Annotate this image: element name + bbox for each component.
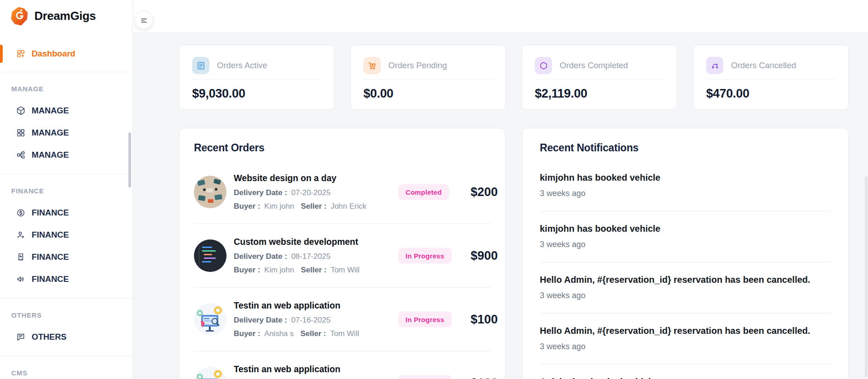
order-row[interactable]: Testin an web application Delivery Date … bbox=[194, 288, 491, 351]
sidebar-item[interactable]: MANAGE bbox=[0, 144, 132, 166]
order-delivery-line: Delivery Date :07-20-2025 bbox=[234, 189, 367, 197]
delivery-date-value: 08-17-2025 bbox=[291, 252, 330, 261]
buyer-label: Buyer : bbox=[234, 202, 260, 211]
sidebar-item-label: MANAGE bbox=[32, 128, 69, 138]
delivery-date-label: Delivery Date : bbox=[234, 188, 287, 197]
order-row[interactable]: Website design on a day Delivery Date :0… bbox=[194, 160, 491, 224]
stat-card: Orders Completed $2,119.00 bbox=[522, 45, 677, 110]
seller-label: Seller : bbox=[301, 329, 326, 338]
stat-card-header: Orders Cancelled bbox=[706, 57, 835, 74]
order-info: Testin an web application Delivery Date … bbox=[234, 301, 359, 337]
sidebar-toggle-button[interactable] bbox=[135, 12, 152, 29]
order-info: Testin an web application Delivery Date … bbox=[234, 365, 340, 379]
sidebar-item[interactable]: FINANCE bbox=[0, 268, 132, 290]
order-price: $900 bbox=[471, 249, 498, 263]
sidebar-item[interactable]: MANAGE bbox=[0, 99, 132, 122]
notification-time: 3 weeks ago bbox=[540, 290, 831, 300]
order-status-badge: In Progress bbox=[398, 375, 452, 379]
stat-value: $0.00 bbox=[363, 87, 493, 101]
sidebar-section-items: MANAGE MANAGE MANAGE bbox=[0, 99, 132, 166]
stat-label: Orders Completed bbox=[560, 61, 628, 70]
sidebar-section-label: MANAGE bbox=[0, 85, 132, 93]
stat-card-header: Orders Active bbox=[192, 57, 321, 74]
order-status-badge: In Progress bbox=[398, 312, 452, 328]
stat-divider bbox=[363, 79, 493, 80]
seller-label: Seller : bbox=[301, 266, 326, 274]
notification-item: Anisha has booked vehicle bbox=[540, 365, 831, 379]
stat-label: Orders Pending bbox=[388, 61, 447, 70]
order-row[interactable]: Custom website development Delivery Date… bbox=[194, 224, 491, 288]
order-title: Testin an web application bbox=[234, 301, 359, 310]
notification-item: Hello Admin, #{reservation_id} reservati… bbox=[540, 262, 831, 313]
stat-value: $470.00 bbox=[706, 87, 835, 101]
sidebar-item[interactable]: MANAGE bbox=[0, 122, 132, 144]
order-delivery-line: Delivery Date :07-16-2025 bbox=[234, 316, 359, 324]
notification-text: kimjohn has booked vehicle bbox=[540, 172, 831, 183]
notification-item: Hello Admin, #{reservation_id} reservati… bbox=[540, 313, 831, 365]
menu-icon bbox=[140, 17, 148, 24]
sidebar-item-label: Dashboard bbox=[32, 49, 75, 59]
sidebar-section-items: OTHERS bbox=[0, 326, 132, 348]
sidebar-item-label: MANAGE bbox=[32, 106, 69, 116]
order-people-line: Buyer :Kim john Seller :Tom Will bbox=[234, 266, 359, 274]
stat-icon-badge bbox=[363, 57, 381, 74]
buyer-label: Buyer : bbox=[234, 329, 260, 338]
sidebar-item-icon bbox=[16, 275, 25, 284]
brand-name: DreamGigs bbox=[34, 9, 96, 23]
stat-icon bbox=[539, 61, 548, 70]
order-thumbnail bbox=[194, 239, 226, 272]
stat-icon-badge bbox=[706, 57, 723, 74]
sidebar-item-icon bbox=[16, 208, 25, 217]
stat-divider bbox=[706, 79, 835, 80]
order-title: Custom website development bbox=[234, 238, 359, 247]
page-scrollbar-thumb[interactable] bbox=[865, 176, 868, 377]
stat-value: $9,030.00 bbox=[192, 87, 321, 101]
order-info: Custom website development Delivery Date… bbox=[234, 238, 359, 274]
order-price: $100 bbox=[471, 313, 498, 327]
seller-value: Tom Will bbox=[330, 266, 359, 274]
sidebar-section: FINANCE FINANCE FINANCE bbox=[0, 174, 132, 290]
app-root: DreamGigs Dashboard MANAGE MANAGE bbox=[0, 0, 868, 379]
sidebar-item[interactable]: OTHERS bbox=[0, 326, 132, 348]
stat-divider bbox=[535, 79, 664, 80]
orders-list: Website design on a day Delivery Date :0… bbox=[194, 160, 491, 379]
buyer-value: Kim john bbox=[264, 202, 294, 211]
stat-card-header: Orders Pending bbox=[363, 57, 493, 74]
notification-text: Hello Admin, #{reservation_id} reservati… bbox=[540, 274, 831, 285]
seller-value: John Erick bbox=[330, 202, 366, 211]
notification-text: kimjohn has booked vehicle bbox=[540, 223, 831, 234]
recent-orders-title: Recent Orders bbox=[194, 142, 491, 154]
sidebar-item-dashboard[interactable]: Dashboard bbox=[0, 44, 132, 64]
stat-value: $2,119.00 bbox=[535, 87, 664, 101]
notification-item: kimjohn has booked vehicle 3 weeks ago bbox=[540, 160, 831, 211]
order-delivery-line: Delivery Date :08-17-2025 bbox=[234, 253, 359, 260]
sidebar-section: OTHERS OTHERS bbox=[0, 298, 132, 348]
notification-time: 3 weeks ago bbox=[540, 239, 831, 249]
sidebar-item-label: FINANCE bbox=[32, 230, 69, 240]
active-indicator bbox=[0, 45, 3, 63]
buyer-value: Anisha s bbox=[264, 329, 294, 338]
sidebar-item-icon bbox=[16, 332, 25, 342]
sidebar-item-icon bbox=[16, 106, 25, 115]
stat-icon bbox=[196, 61, 206, 70]
order-people-line: Buyer :Anisha s Seller :Tom Will bbox=[234, 330, 359, 337]
sidebar-section-label: CMS bbox=[0, 369, 132, 377]
sidebar-item[interactable]: FINANCE bbox=[0, 201, 132, 224]
buyer-value: Kim john bbox=[264, 266, 294, 274]
sidebar-item[interactable]: FINANCE bbox=[0, 224, 132, 246]
order-info: Website design on a day Delivery Date :0… bbox=[234, 174, 367, 210]
sidebar-item-label: FINANCE bbox=[32, 274, 69, 284]
notification-time: 3 weeks ago bbox=[540, 342, 831, 351]
sidebar-item-label: OTHERS bbox=[32, 332, 66, 342]
sidebar-item[interactable]: FINANCE bbox=[0, 246, 132, 268]
sidebar-item-label: FINANCE bbox=[32, 208, 69, 218]
sidebar-item-icon bbox=[16, 230, 25, 239]
order-thumbnail bbox=[194, 303, 226, 336]
stat-label: Orders Cancelled bbox=[731, 61, 796, 70]
sidebar-scrollbar-thumb[interactable] bbox=[128, 132, 131, 187]
logo[interactable]: DreamGigs bbox=[0, 0, 132, 32]
order-row[interactable]: Testin an web application Delivery Date … bbox=[194, 351, 491, 379]
stat-card: Orders Cancelled $470.00 bbox=[693, 45, 849, 110]
stat-icon-badge bbox=[535, 57, 552, 74]
sidebar-item-label: FINANCE bbox=[32, 252, 69, 262]
